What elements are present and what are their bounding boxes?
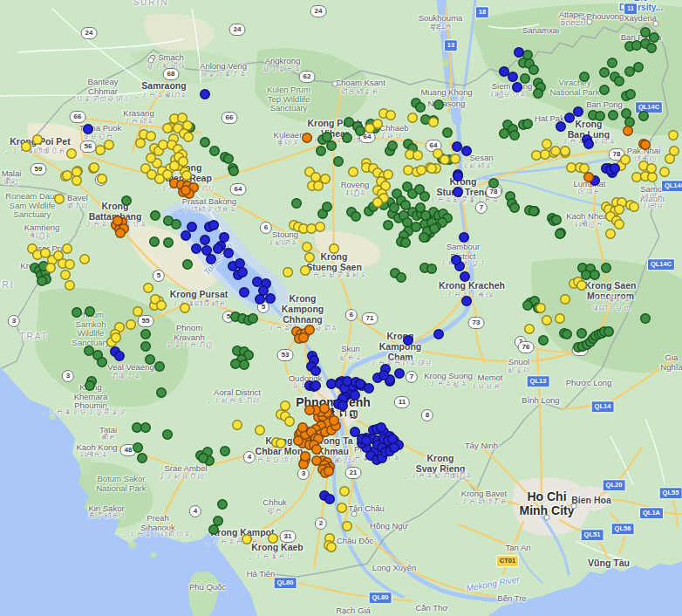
- data-point-green[interactable]: [231, 359, 241, 369]
- data-point-green[interactable]: [141, 342, 151, 352]
- data-point-green[interactable]: [323, 202, 332, 212]
- data-point-green[interactable]: [523, 301, 533, 311]
- data-point-yellow[interactable]: [648, 173, 658, 182]
- data-point-yellow[interactable]: [542, 140, 552, 149]
- data-point-green[interactable]: [596, 112, 605, 121]
- data-point-yellow[interactable]: [147, 154, 156, 163]
- data-point-green[interactable]: [420, 192, 430, 202]
- data-point-yellow[interactable]: [580, 164, 590, 174]
- data-point-yellow[interactable]: [276, 439, 286, 448]
- data-point-green[interactable]: [600, 86, 610, 95]
- data-point-blue[interactable]: [327, 380, 337, 389]
- data-point-yellow[interactable]: [321, 175, 331, 184]
- data-point-blue[interactable]: [220, 233, 229, 243]
- data-point-green[interactable]: [403, 218, 413, 228]
- data-point-yellow[interactable]: [630, 202, 639, 212]
- data-point-green[interactable]: [434, 100, 444, 110]
- data-point-blue[interactable]: [356, 380, 365, 389]
- data-point-green[interactable]: [351, 212, 361, 222]
- data-point-yellow[interactable]: [577, 281, 587, 291]
- data-point-green[interactable]: [138, 454, 147, 463]
- data-point-yellow[interactable]: [112, 333, 121, 343]
- data-point-green[interactable]: [344, 118, 354, 127]
- data-point-green[interactable]: [639, 112, 649, 121]
- data-point-yellow[interactable]: [63, 171, 72, 181]
- data-point-yellow[interactable]: [615, 205, 624, 215]
- data-point-orange[interactable]: [301, 452, 310, 462]
- data-point-yellow[interactable]: [542, 316, 552, 325]
- data-point-green[interactable]: [401, 238, 411, 248]
- data-point-blue[interactable]: [584, 140, 594, 149]
- data-point-green[interactable]: [529, 65, 539, 75]
- data-point-blue[interactable]: [365, 384, 374, 394]
- data-point-green[interactable]: [529, 207, 539, 216]
- data-point-yellow[interactable]: [632, 173, 642, 182]
- data-point-green[interactable]: [632, 41, 642, 51]
- data-point-green[interactable]: [98, 358, 107, 367]
- data-point-yellow[interactable]: [525, 325, 535, 334]
- data-point-green[interactable]: [201, 138, 210, 147]
- data-point-green[interactable]: [240, 360, 249, 370]
- data-point-yellow[interactable]: [647, 164, 657, 174]
- data-point-yellow[interactable]: [660, 168, 670, 177]
- data-point-green[interactable]: [384, 221, 393, 230]
- data-point-orange[interactable]: [116, 229, 126, 238]
- data-point-green[interactable]: [85, 307, 95, 317]
- data-point-orange[interactable]: [305, 325, 315, 335]
- data-point-yellow[interactable]: [408, 113, 418, 123]
- data-point-yellow[interactable]: [144, 284, 153, 293]
- data-point-yellow[interactable]: [532, 151, 542, 161]
- data-point-green[interactable]: [343, 133, 352, 143]
- data-point-green[interactable]: [390, 203, 399, 213]
- data-point-yellow[interactable]: [307, 224, 317, 234]
- data-point-green[interactable]: [625, 118, 635, 127]
- data-point-yellow[interactable]: [303, 243, 312, 252]
- data-point-green[interactable]: [38, 277, 47, 286]
- data-point-blue[interactable]: [209, 221, 219, 230]
- data-point-yellow[interactable]: [561, 295, 570, 305]
- data-point-yellow[interactable]: [63, 244, 72, 254]
- data-point-yellow[interactable]: [72, 176, 82, 186]
- data-point-yellow[interactable]: [343, 522, 352, 531]
- data-point-green[interactable]: [209, 525, 219, 535]
- data-point-blue[interactable]: [453, 142, 462, 152]
- data-point-green[interactable]: [172, 220, 181, 229]
- data-point-yellow[interactable]: [126, 320, 136, 330]
- data-point-yellow[interactable]: [556, 314, 565, 324]
- data-point-orange[interactable]: [298, 423, 308, 433]
- data-point-blue[interactable]: [188, 222, 197, 232]
- data-point-green[interactable]: [580, 72, 590, 82]
- data-point-green[interactable]: [218, 500, 228, 510]
- data-point-yellow[interactable]: [46, 264, 56, 273]
- data-point-blue[interactable]: [325, 495, 335, 504]
- data-point-green[interactable]: [650, 33, 659, 43]
- data-point-yellow[interactable]: [669, 131, 679, 140]
- data-point-orange[interactable]: [584, 173, 594, 182]
- data-point-green[interactable]: [133, 423, 142, 433]
- data-point-yellow[interactable]: [621, 155, 631, 165]
- data-point-yellow[interactable]: [536, 304, 546, 313]
- data-point-yellow[interactable]: [147, 132, 156, 141]
- data-point-green[interactable]: [489, 179, 499, 188]
- data-point-green[interactable]: [430, 224, 440, 234]
- data-point-blue[interactable]: [256, 295, 265, 305]
- data-point-green[interactable]: [615, 77, 624, 86]
- data-point-green[interactable]: [229, 167, 239, 176]
- data-point-blue[interactable]: [311, 366, 321, 376]
- data-point-yellow[interactable]: [327, 543, 337, 552]
- data-point-blue[interactable]: [259, 286, 269, 296]
- data-point-blue[interactable]: [351, 391, 360, 400]
- data-point-yellow[interactable]: [404, 166, 413, 175]
- data-point-yellow[interactable]: [269, 534, 278, 544]
- data-point-blue[interactable]: [224, 249, 234, 258]
- data-point-yellow[interactable]: [67, 149, 77, 159]
- data-point-blue[interactable]: [395, 369, 405, 379]
- data-point-yellow[interactable]: [330, 244, 339, 254]
- data-point-yellow[interactable]: [90, 163, 99, 173]
- data-point-yellow[interactable]: [281, 401, 290, 411]
- data-point-yellow[interactable]: [184, 133, 194, 142]
- data-point-blue[interactable]: [377, 423, 386, 433]
- data-point-blue[interactable]: [390, 443, 399, 453]
- data-point-blue[interactable]: [235, 259, 245, 269]
- data-point-green[interactable]: [210, 147, 220, 156]
